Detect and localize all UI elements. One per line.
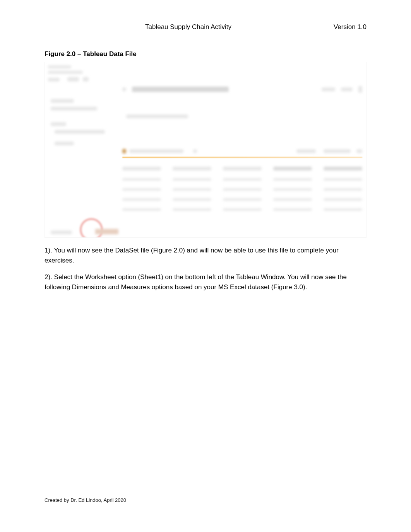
instruction-paragraph-1: 1). You will now see the DataSet file (F… [45, 246, 366, 265]
connection-item [51, 107, 97, 111]
datasource-tab[interactable] [51, 230, 72, 234]
sheets-label [51, 122, 66, 126]
tableau-screenshot [45, 62, 366, 238]
instruction-paragraph-2: 2). Select the Worksheet option (Sheet1)… [45, 272, 366, 292]
sheet-item [55, 142, 74, 145]
highlight-circle-icon [80, 218, 103, 238]
table-drop-area [126, 114, 188, 118]
figure-caption: Figure 2.0 – Tableau Data File [45, 50, 366, 58]
header-title: Tableau Supply Chain Activity [145, 23, 231, 31]
connections-label [51, 99, 74, 103]
header-version: Version 1.0 [334, 23, 366, 31]
page-header: Tableau Supply Chain Activity Version 1.… [45, 23, 366, 31]
data-preview-table [122, 167, 362, 218]
sheet1-tab[interactable] [95, 229, 118, 234]
datasource-title [132, 87, 229, 92]
sheet-item [55, 130, 105, 134]
page-footer: Created by Dr. Ed Lindoo, April 2020 [45, 497, 126, 503]
